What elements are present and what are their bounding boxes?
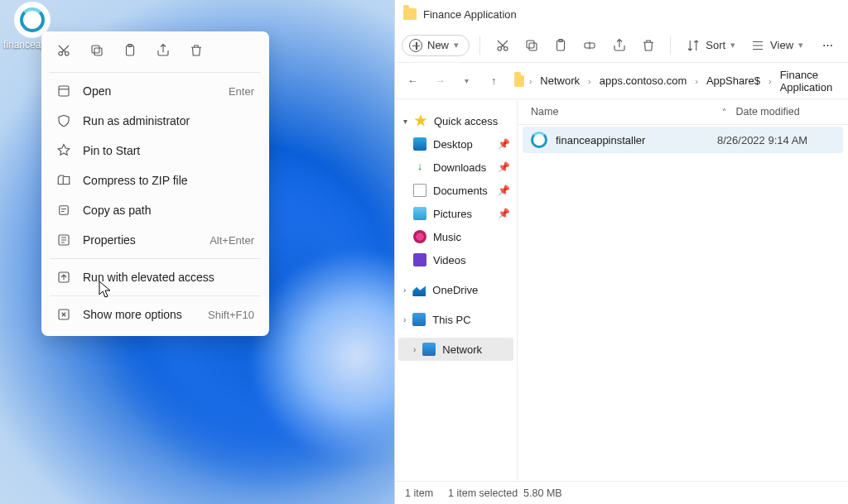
delete-icon[interactable]	[189, 43, 204, 60]
crumb-host[interactable]: apps.contoso.com	[596, 73, 691, 89]
folder-icon	[403, 8, 417, 20]
chevron-down-icon: ▾	[403, 117, 407, 126]
new-button[interactable]: New ▾	[402, 35, 470, 56]
file-row[interactable]: financeappinstaller 8/26/2022 9:14 AM	[523, 127, 843, 153]
sidebar: ▾ Quick access Desktop📌 ↓Downloads📌 Docu…	[395, 99, 518, 481]
toolbar: New ▾ Sort▾ View▾ ⋯	[395, 28, 848, 63]
status-count: 1 item	[405, 487, 433, 499]
sidebar-network[interactable]: ›Network	[398, 338, 513, 361]
titlebar[interactable]: Finance Application	[395, 0, 848, 28]
crumb-folder[interactable]: Finance Application	[777, 67, 841, 95]
recent-button[interactable]: ▾	[455, 69, 478, 94]
col-date[interactable]: ˄ Date modified	[722, 106, 838, 118]
svg-rect-6	[59, 86, 69, 96]
context-menu: Open Enter Run as administrator Pin to S…	[41, 31, 269, 336]
pc-icon	[412, 313, 426, 326]
column-headers[interactable]: Name ˄ Date modified	[518, 99, 848, 125]
chevron-right-icon: ›	[529, 76, 532, 86]
pin-icon: 📌	[498, 185, 510, 196]
app-ring-icon	[531, 132, 547, 148]
ctx-compress-zip[interactable]: Compress to ZIP file	[45, 166, 266, 195]
status-bar: 1 item 1 item selected 5.80 MB	[395, 481, 848, 504]
sidebar-pictures[interactable]: Pictures📌	[395, 202, 517, 225]
shield-icon	[56, 113, 71, 128]
ctx-copy-path[interactable]: Copy as path	[45, 195, 266, 225]
copy-icon[interactable]	[89, 43, 104, 60]
desktop-icon	[413, 137, 426, 151]
open-icon	[56, 84, 71, 98]
sidebar-downloads[interactable]: ↓Downloads📌	[395, 156, 517, 179]
sidebar-thispc[interactable]: ›This PC	[395, 308, 517, 331]
mouse-cursor-icon	[98, 280, 114, 303]
cut-icon[interactable]	[56, 43, 71, 60]
svg-rect-13	[529, 43, 537, 50]
sort-button[interactable]: Sort▾	[681, 35, 740, 56]
nav-row: ← → ▾ ↑ › Network › apps.contoso.com › A…	[395, 63, 848, 99]
pin-icon	[56, 143, 71, 158]
copy-path-icon	[56, 203, 71, 218]
crumb-share[interactable]: AppShare$	[703, 73, 764, 89]
sidebar-quick-access[interactable]: ▾ Quick access	[395, 109, 517, 132]
onedrive-icon	[412, 283, 426, 296]
chevron-right-icon: ›	[413, 345, 416, 354]
cut-button[interactable]	[490, 33, 514, 58]
star-icon	[414, 114, 427, 127]
rename-button[interactable]	[578, 33, 602, 58]
overflow-button[interactable]: ⋯	[813, 33, 841, 58]
sidebar-documents[interactable]: Documents📌	[395, 179, 517, 202]
file-date: 8/26/2022 9:14 AM	[717, 134, 833, 146]
sidebar-videos[interactable]: Videos	[395, 248, 517, 271]
pin-icon: 📌	[498, 208, 510, 219]
delete-button[interactable]	[636, 33, 660, 58]
pin-icon: 📌	[498, 161, 510, 173]
svg-rect-2	[94, 48, 102, 55]
ctx-open[interactable]: Open Enter	[45, 76, 266, 106]
more-icon	[56, 307, 71, 322]
elevated-icon	[56, 270, 71, 285]
chevron-right-icon: ›	[403, 286, 406, 295]
explorer-window: Finance Application New ▾ Sort▾ View▾ ⋯	[394, 0, 848, 504]
sort-icon	[686, 38, 701, 53]
chevron-down-icon: ▾	[454, 40, 459, 50]
crumb-network[interactable]: Network	[537, 73, 583, 89]
breadcrumb[interactable]: › Network › apps.contoso.com › AppShare$…	[509, 67, 841, 95]
copy-button[interactable]	[519, 33, 543, 58]
view-icon	[750, 38, 765, 53]
ctx-run-elevated[interactable]: Run with elevated access	[45, 262, 266, 292]
network-icon	[422, 343, 436, 356]
sidebar-desktop[interactable]: Desktop📌	[395, 132, 517, 156]
properties-icon	[56, 233, 71, 247]
paste-icon[interactable]	[123, 43, 137, 60]
music-icon	[413, 230, 426, 243]
download-icon: ↓	[413, 161, 426, 174]
view-button[interactable]: View▾	[745, 35, 808, 56]
svg-rect-7	[60, 206, 69, 215]
forward-button[interactable]: →	[429, 69, 451, 94]
ctx-properties[interactable]: Properties Alt+Enter	[45, 225, 266, 255]
up-button[interactable]: ↑	[483, 69, 505, 94]
pin-icon: 📌	[498, 138, 510, 150]
chevron-right-icon: ›	[403, 315, 406, 324]
ctx-pin-start[interactable]: Pin to Start	[45, 136, 266, 166]
window-title: Finance Application	[423, 8, 517, 21]
file-pane: Name ˄ Date modified financeappinstaller…	[518, 99, 848, 481]
zip-icon	[56, 173, 71, 188]
status-selected: 1 item selected 5.80 MB	[448, 487, 562, 499]
ctx-show-more[interactable]: Show more options Shift+F10	[45, 300, 266, 329]
videos-icon	[413, 253, 426, 266]
col-name[interactable]: Name	[531, 106, 722, 118]
share-icon[interactable]	[156, 43, 171, 60]
sidebar-music[interactable]: Music	[395, 225, 517, 248]
ctx-run-admin[interactable]: Run as administrator	[45, 106, 266, 136]
paste-button[interactable]	[548, 33, 572, 58]
pictures-icon	[413, 207, 426, 220]
plus-icon	[409, 39, 422, 52]
svg-rect-14	[527, 41, 534, 48]
sidebar-onedrive[interactable]: ›OneDrive	[395, 278, 517, 301]
share-button[interactable]	[607, 33, 631, 58]
file-name: financeappinstaller	[556, 134, 717, 146]
document-icon	[413, 184, 426, 197]
svg-rect-3	[92, 46, 99, 53]
back-button[interactable]: ←	[402, 69, 424, 94]
folder-icon	[514, 75, 523, 87]
